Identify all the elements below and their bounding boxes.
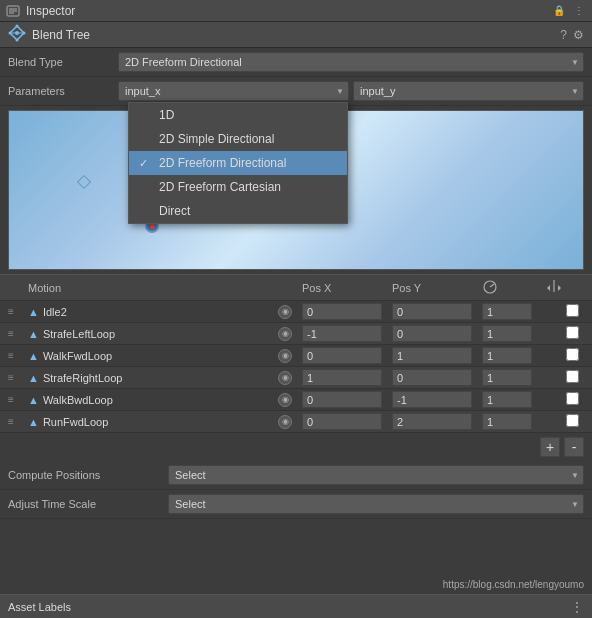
menu-button[interactable]: ⋮ — [572, 4, 586, 18]
motion-posx-input-5[interactable] — [302, 413, 382, 430]
blend-type-value: 2D Freeform Directional — [125, 56, 242, 68]
motion-posy-cell-1 — [392, 325, 482, 342]
motion-name-5: ▲ RunFwdLoop — [28, 416, 278, 428]
motion-label-3: StrafeRightLoop — [43, 372, 123, 384]
menu-item-1d[interactable]: 1D — [129, 103, 347, 127]
motion-file-icon-2: ▲ — [28, 350, 39, 362]
gear-icon[interactable]: ⚙ — [573, 28, 584, 42]
motion-posx-input-2[interactable] — [302, 347, 382, 364]
motion-speed-input-4[interactable] — [482, 391, 532, 408]
blend-type-label: Blend Type — [8, 56, 118, 68]
motion-speed-input-1[interactable] — [482, 325, 532, 342]
speed-icon — [482, 279, 498, 295]
remove-motion-button[interactable]: - — [564, 437, 584, 457]
param-y-dropdown[interactable]: input_y — [353, 81, 584, 101]
adjust-time-scale-dropdown[interactable]: Select — [168, 494, 584, 514]
motion-checkbox-1[interactable] — [566, 326, 579, 339]
motion-posx-cell-5 — [302, 413, 392, 430]
motion-circle-btn-5[interactable]: ◉ — [278, 415, 292, 429]
motion-posy-cell-3 — [392, 369, 482, 386]
motion-posy-input-4[interactable] — [392, 391, 472, 408]
asset-labels-bar: Asset Labels ⋮ — [0, 594, 592, 618]
motion-speed-input-2[interactable] — [482, 347, 532, 364]
compute-positions-dropdown[interactable]: Select — [168, 465, 584, 485]
motion-file-icon-3: ▲ — [28, 372, 39, 384]
adjust-time-scale-label: Adjust Time Scale — [8, 498, 168, 510]
motion-circle-btn-3[interactable]: ◉ — [278, 371, 292, 385]
menu-item-2d-freeform-directional[interactable]: ✓ 2D Freeform Directional — [129, 151, 347, 175]
motion-posy-input-3[interactable] — [392, 369, 472, 386]
drag-handle-0[interactable]: ≡ — [8, 306, 28, 317]
blend-tree-title: Blend Tree — [32, 28, 90, 42]
motion-label-2: WalkFwdLoop — [43, 350, 112, 362]
motion-posx-input-4[interactable] — [302, 391, 382, 408]
header-posy: Pos Y — [392, 282, 482, 294]
motion-speed-cell-1 — [482, 325, 542, 342]
menu-item-direct-label: Direct — [159, 204, 190, 218]
motion-circle-btn-1[interactable]: ◉ — [278, 327, 292, 341]
motion-speed-input-0[interactable] — [482, 303, 532, 320]
motion-speed-cell-3 — [482, 369, 542, 386]
blend-type-dropdown[interactable]: 2D Freeform Directional — [118, 52, 584, 72]
svg-marker-15 — [547, 285, 550, 291]
drag-handle-4[interactable]: ≡ — [8, 394, 28, 405]
motion-speed-cell-0 — [482, 303, 542, 320]
motion-row-5: ≡ ▲ RunFwdLoop ◉ — [0, 411, 592, 433]
motion-posx-input-1[interactable] — [302, 325, 382, 342]
blend-tree-icon — [8, 24, 26, 45]
motion-posy-cell-5 — [392, 413, 482, 430]
asset-labels-menu[interactable]: ⋮ — [570, 599, 584, 615]
menu-item-2d-freeform-cartesian[interactable]: 2D Freeform Cartesian — [129, 175, 347, 199]
motion-label-0: Idle2 — [43, 306, 67, 318]
motion-posx-input-3[interactable] — [302, 369, 382, 386]
drag-handle-3[interactable]: ≡ — [8, 372, 28, 383]
motion-posy-input-2[interactable] — [392, 347, 472, 364]
motion-circle-btn-2[interactable]: ◉ — [278, 349, 292, 363]
motion-check-cell-0 — [566, 304, 584, 320]
motion-posy-input-0[interactable] — [392, 303, 472, 320]
motion-file-icon-0: ▲ — [28, 306, 39, 318]
param-x-dropdown[interactable]: input_x — [118, 81, 349, 101]
motion-speed-input-3[interactable] — [482, 369, 532, 386]
question-icon[interactable]: ? — [560, 28, 567, 42]
blend-tree-right: ? ⚙ — [560, 28, 584, 42]
motion-posy-input-5[interactable] — [392, 413, 472, 430]
svg-line-13 — [490, 284, 494, 287]
motion-checkbox-5[interactable] — [566, 414, 579, 427]
title-bar-right: 🔒 ⋮ — [552, 4, 586, 18]
motion-speed-input-5[interactable] — [482, 413, 532, 430]
motion-posx-input-0[interactable] — [302, 303, 382, 320]
motion-row-0: ≡ ▲ Idle2 ◉ — [0, 301, 592, 323]
blend-icon-svg — [8, 24, 26, 42]
drag-handle-5[interactable]: ≡ — [8, 416, 28, 427]
header-posx: Pos X — [302, 282, 392, 294]
motion-checkbox-3[interactable] — [566, 370, 579, 383]
check-mark-icon: ✓ — [139, 157, 148, 170]
motion-checkbox-0[interactable] — [566, 304, 579, 317]
svg-marker-16 — [558, 285, 561, 291]
motion-posy-input-1[interactable] — [392, 325, 472, 342]
add-motion-button[interactable]: + — [540, 437, 560, 457]
svg-point-7 — [15, 31, 19, 35]
menu-item-1d-label: 1D — [159, 108, 174, 122]
menu-item-2d-simple[interactable]: 2D Simple Directional — [129, 127, 347, 151]
motion-speed-cell-2 — [482, 347, 542, 364]
menu-item-direct[interactable]: Direct — [129, 199, 347, 223]
title-bar-left: Inspector — [6, 4, 75, 18]
motion-posy-cell-2 — [392, 347, 482, 364]
motion-posx-cell-1 — [302, 325, 392, 342]
motion-checkbox-2[interactable] — [566, 348, 579, 361]
parameters-label: Parameters — [8, 85, 118, 97]
motion-circle-btn-0[interactable]: ◉ — [278, 305, 292, 319]
motion-circle-btn-4[interactable]: ◉ — [278, 393, 292, 407]
compute-positions-value: Select — [175, 469, 206, 481]
asset-labels-text: Asset Labels — [8, 601, 71, 613]
lock-button[interactable]: 🔒 — [552, 4, 566, 18]
motion-file-icon-4: ▲ — [28, 394, 39, 406]
drag-handle-2[interactable]: ≡ — [8, 350, 28, 361]
motion-checkbox-4[interactable] — [566, 392, 579, 405]
motion-name-3: ▲ StrafeRightLoop — [28, 372, 278, 384]
motion-name-4: ▲ WalkBwdLoop — [28, 394, 278, 406]
drag-handle-1[interactable]: ≡ — [8, 328, 28, 339]
motion-circle-3: ◉ — [278, 371, 302, 385]
